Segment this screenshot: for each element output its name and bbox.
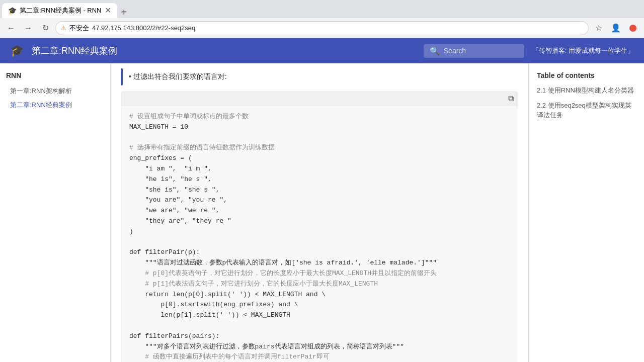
nav-controls: ← → ↻ <box>4 21 52 35</box>
sidebar-item-chapter1[interactable]: 第一章:RNN架构解析 <box>6 84 104 98</box>
browser-actions: ☆ 👤 <box>592 21 640 35</box>
code-comment2: # 选择带有指定前缀的语言特征数据作为训练数据 <box>129 144 275 151</box>
forward-button[interactable]: → <box>21 21 35 35</box>
code-docstring2: """对多个语言对列表进行过滤，参数pairs代表语言对组成的列表，简称语言对列… <box>129 343 404 350</box>
tab-bar: 🎓 第二章:RNN经典案例 - RNN ✕ + <box>0 0 644 18</box>
account-button[interactable]: 👤 <box>609 21 623 35</box>
code-line2: eng_prefixes = ( <box>129 154 192 162</box>
bullet-symbol: • <box>129 72 133 80</box>
bullet-text: • 过滤出符合我们要求的语言对: <box>129 68 227 85</box>
code-block: ⧉ # 设置组成句子中单词或标点的最多个数 MAX_LENGTH = 10 # … <box>121 92 518 362</box>
search-box[interactable]: 🔍 Search <box>424 44 524 58</box>
code-def1: def filterPair(p): <box>129 248 200 256</box>
tab-close-button[interactable]: ✕ <box>105 7 111 15</box>
close-button[interactable] <box>626 21 640 35</box>
code-return1b: p[0].startswith(eng_prefixes) and \ <box>129 301 298 308</box>
address-bar[interactable]: ⚠ 不安全 47.92.175.143:8002/2/#22-seq2seq <box>55 21 589 35</box>
code-comment3: # p[0]代表英语句子，对它进行划分，它的长度应小于最大长度MAX_LENGT… <box>129 269 437 277</box>
code-comment1: # 设置组成句子中单词或标点的最多个数 <box>129 113 249 120</box>
search-placeholder: Search <box>444 47 466 55</box>
back-button[interactable]: ← <box>4 21 18 35</box>
bookmark-button[interactable]: ☆ <box>592 21 606 35</box>
content-area: • 过滤出符合我们要求的语言对: ⧉ # 设置组成句子中单词或标点的最多个数 M… <box>111 63 528 362</box>
sidebar: RNN 第一章:RNN架构解析 第二章:RNN经典案例 <box>0 63 111 362</box>
bullet-content: 过滤出符合我们要求的语言对: <box>133 72 227 80</box>
code-comment4: # p[1]代表法语文句子，对它进行划分，它的长度应小于最大长度MAX_LENG… <box>129 280 378 288</box>
code-return1c: len(p[1].split(' ')) < MAX_LENGTH <box>129 311 290 319</box>
copy-button[interactable]: ⧉ <box>508 94 514 103</box>
code-docstring1: """语言对过滤函数，参数p代表输入的语言对，如['she is afraid.… <box>129 259 437 266</box>
code-header: ⧉ <box>121 92 518 106</box>
new-tab-button[interactable]: + <box>117 7 131 18</box>
lock-icon: ⚠ <box>61 25 66 32</box>
app-header: 🎓 第二章:RNN经典案例 🔍 Search 「传智播客: 用爱成就每一位学生」 <box>0 38 644 63</box>
toc-title: Table of contents <box>537 71 636 79</box>
tab-favicon: 🎓 <box>8 7 17 15</box>
active-tab[interactable]: 🎓 第二章:RNN经典案例 - RNN ✕ <box>2 3 117 18</box>
tab-title: 第二章:RNN经典案例 - RNN <box>20 6 102 15</box>
url-text: 47.92.175.143:8002/2/#22-seq2seq <box>92 24 583 32</box>
security-label: 不安全 <box>69 24 89 33</box>
code-def2: def filterPairs(pairs): <box>129 332 219 340</box>
main-layout: RNN 第一章:RNN架构解析 第二章:RNN经典案例 • 过滤出符合我们要求的… <box>0 63 644 362</box>
toc-panel: Table of contents 2.1 使用RNN模型构建人名分类器 2.2… <box>528 63 644 362</box>
reload-button[interactable]: ↻ <box>38 21 52 35</box>
code-strings: "i am ", "i m ", "he is", "he s ", "she … <box>129 165 231 225</box>
toc-item-1[interactable]: 2.1 使用RNN模型构建人名分类器 <box>537 85 636 96</box>
code-return1: return len(p[0].split(' ')) < MAX_LENGTH… <box>129 291 326 298</box>
code-line1: MAX_LENGTH = 10 <box>129 123 188 131</box>
app-title: 第二章:RNN经典案例 <box>32 45 416 57</box>
sidebar-title: RNN <box>6 71 104 79</box>
toc-item-2[interactable]: 2.2 使用seq2seq模型架构实现英译法任务 <box>537 101 636 120</box>
app-logo: 🎓 <box>10 44 24 57</box>
code-close: ) <box>129 228 133 235</box>
section-header: • 过滤出符合我们要求的语言对: <box>121 68 518 85</box>
sidebar-item-chapter2[interactable]: 第二章:RNN经典案例 <box>6 99 104 112</box>
code-content: # 设置组成句子中单词或标点的最多个数 MAX_LENGTH = 10 # 选择… <box>121 106 518 362</box>
search-icon: 🔍 <box>430 46 440 56</box>
code-comment5: # 函数中直接遍历列表中的每个语言对并调用filterPair即可 <box>129 353 330 360</box>
browser-bar: ← → ↻ ⚠ 不安全 47.92.175.143:8002/2/#22-seq… <box>0 18 644 38</box>
header-tagline: 「传智播客: 用爱成就每一位学生」 <box>532 46 634 55</box>
section-bar <box>121 68 123 85</box>
